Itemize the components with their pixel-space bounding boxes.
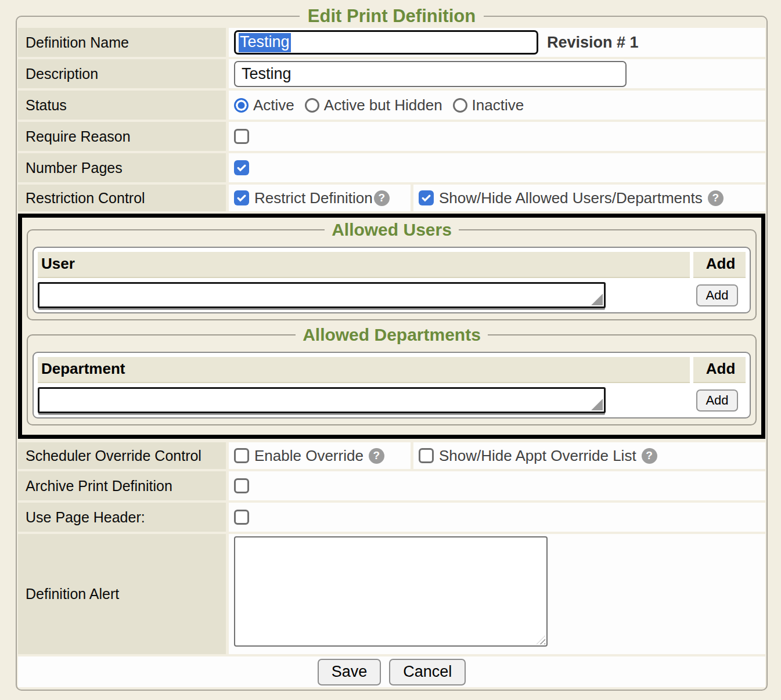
restrict-definition-checkbox[interactable] [234,190,249,205]
definition-alert-textarea[interactable] [234,536,548,647]
status-option-active-hidden: Active but Hidden [305,96,442,114]
status-label: Status [18,91,226,120]
require-reason-row: Require Reason [18,122,765,151]
scheduler-override-row: Scheduler Override Control Enable Overri… [18,442,765,469]
add-column-header: Add [693,252,746,278]
help-icon[interactable]: ? [369,448,384,464]
checkmark-icon [236,192,247,204]
definition-name-row: Definition Name Testing Revision # 1 [18,28,765,57]
archive-checkbox[interactable] [234,478,249,493]
definition-name-label: Definition Name [18,28,226,57]
radio-active-but-hidden-label: Active but Hidden [324,96,442,114]
restrict-definition-label: Restrict Definition [254,189,373,207]
user-select[interactable] [38,282,606,308]
use-page-header-row: Use Page Header: [18,503,765,532]
allowed-departments-title: Allowed Departments [296,325,488,345]
checkmark-icon [236,162,247,174]
radio-inactive-label: Inactive [472,96,524,114]
use-page-header-label: Use Page Header: [18,503,226,532]
definition-name-value: Testing [239,33,291,52]
description-row: Description Testing [18,59,765,88]
restrict-definition-cell: Restrict Definition ? [229,185,411,211]
department-select[interactable] [38,387,606,413]
require-reason-checkbox[interactable] [234,129,249,144]
form-title: Edit Print Definition [300,6,484,27]
description-cell: Testing [229,59,765,88]
allowed-departments-table: Department Add Add [33,352,751,418]
cancel-button[interactable]: Cancel [389,659,466,685]
radio-active[interactable] [234,98,249,113]
edit-print-definition-form: Edit Print Definition Definition Name Te… [16,6,768,691]
number-pages-checkbox[interactable] [234,160,249,175]
scheduler-override-label: Scheduler Override Control [18,442,226,469]
save-button[interactable]: Save [318,659,381,685]
form-actions-row: Save Cancel [18,656,765,687]
form-rows: Definition Name Testing Revision # 1 Des… [18,28,765,687]
allowed-users-title: Allowed Users [325,220,459,240]
show-hide-users-departments-label: Show/Hide Allowed Users/Departments [439,189,703,207]
help-icon[interactable]: ? [374,190,390,206]
restriction-control-row: Restriction Control Restrict Definition … [18,185,765,211]
resize-grip-icon[interactable] [537,636,545,644]
allowed-users-departments-section: Allowed Users User Add Add [18,214,765,439]
number-pages-row: Number Pages [18,153,765,182]
use-page-header-checkbox[interactable] [234,510,249,525]
description-label: Description [18,59,226,88]
allowed-users-input-row: Add [38,282,746,308]
user-column-header: User [38,252,690,278]
description-input[interactable]: Testing [234,61,627,87]
status-option-inactive: Inactive [453,96,524,114]
show-hide-users-departments-checkbox[interactable] [419,190,434,205]
allowed-departments-header-row: Department Add [38,357,746,383]
restriction-control-label: Restriction Control [18,185,226,211]
status-cell: Active Active but Hidden Inactive [229,91,765,120]
status-row: Status Active Active but Hidden Inactive [18,91,765,120]
enable-override-checkbox[interactable] [234,448,249,463]
radio-active-but-hidden[interactable] [305,98,319,113]
archive-row: Archive Print Definition [18,471,765,500]
add-user-button[interactable]: Add [696,284,738,306]
allowed-departments-fieldset: Allowed Departments Department Add Add [27,325,757,425]
select-dropdown-arrow-icon [591,294,603,305]
help-icon[interactable]: ? [642,448,657,464]
definition-name-cell: Testing Revision # 1 [229,28,765,57]
enable-override-label: Enable Override [254,447,363,465]
add-column-header: Add [693,357,746,383]
radio-inactive[interactable] [453,98,467,113]
description-value: Testing [242,65,291,83]
add-department-button[interactable]: Add [696,389,738,412]
show-hide-appt-override-checkbox[interactable] [419,448,434,463]
show-hide-users-departments-cell: Show/Hide Allowed Users/Departments ? [413,185,765,211]
radio-active-label: Active [253,96,294,114]
help-icon[interactable]: ? [708,190,724,206]
select-dropdown-arrow-icon [591,399,603,410]
revision-number: Revision # 1 [547,34,639,52]
require-reason-cell [229,122,765,151]
definition-alert-label: Definition Alert [18,534,226,654]
definition-name-input[interactable]: Testing [234,30,538,55]
number-pages-cell [229,153,765,182]
checkmark-icon [420,192,432,204]
show-hide-appt-override-cell: Show/Hide Appt Override List ? [413,442,765,469]
status-option-active: Active [234,96,294,114]
enable-override-cell: Enable Override ? [229,442,411,469]
allowed-users-header-row: User Add [38,252,746,278]
archive-cell [229,471,765,500]
number-pages-label: Number Pages [18,153,226,182]
definition-alert-cell [229,534,765,654]
archive-label: Archive Print Definition [18,471,226,500]
definition-alert-row: Definition Alert [18,534,765,654]
require-reason-label: Require Reason [18,122,226,151]
allowed-users-table: User Add Add [33,247,751,313]
use-page-header-cell [229,503,765,532]
allowed-departments-input-row: Add [38,387,746,413]
department-column-header: Department [38,357,690,383]
show-hide-appt-override-label: Show/Hide Appt Override List [439,447,636,465]
allowed-users-fieldset: Allowed Users User Add Add [27,220,757,320]
